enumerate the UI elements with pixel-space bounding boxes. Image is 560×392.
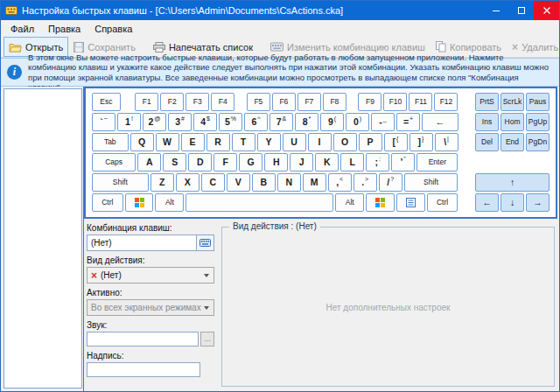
key-J[interactable]: J (290, 153, 313, 172)
key-F3[interactable]: F3 (186, 93, 209, 111)
key-9[interactable]: 9( (320, 113, 344, 131)
key-F6[interactable]: F6 (272, 93, 296, 111)
key-W[interactable]: W (156, 133, 179, 151)
key-V[interactable]: V (227, 173, 250, 192)
key-5[interactable]: 5% (219, 113, 242, 131)
key-I[interactable]: I (308, 133, 332, 151)
key-←[interactable]: ← (422, 113, 458, 131)
key-,[interactable]: ,< (328, 173, 352, 192)
key-→[interactable]: → (526, 193, 550, 212)
key-F5[interactable]: F5 (247, 93, 270, 111)
key-Shift[interactable]: Shift (404, 173, 458, 192)
key-D[interactable]: D (188, 153, 212, 172)
key-U[interactable]: U (283, 133, 306, 151)
key-6[interactable]: 6^ (244, 113, 268, 131)
key-Ctrl[interactable]: Ctrl (427, 193, 458, 212)
key-Caps[interactable]: Caps (92, 153, 136, 172)
key-'[interactable]: '" (391, 153, 415, 172)
key-2[interactable]: 2@ (143, 113, 166, 131)
key-4[interactable]: 4$ (193, 113, 217, 131)
key-Esc[interactable]: Esc (92, 93, 121, 111)
key-][interactable]: ]} (410, 133, 433, 151)
menu-edit[interactable]: Правка (41, 22, 88, 36)
key-A[interactable]: A (137, 153, 161, 172)
key-3[interactable]: 3# (168, 113, 192, 131)
key-.[interactable]: .> (354, 173, 377, 192)
key-Enter[interactable]: Enter (416, 153, 458, 172)
win-key[interactable] (366, 193, 395, 212)
key-F11[interactable]: F11 (409, 93, 432, 111)
key-Y[interactable]: Y (257, 133, 281, 151)
key-/[interactable]: /? (379, 173, 402, 192)
key-space[interactable] (186, 193, 333, 212)
key-↓[interactable]: ↓ (500, 193, 524, 212)
key-C[interactable]: C (201, 173, 225, 192)
key-F7[interactable]: F7 (298, 93, 321, 111)
key-M[interactable]: M (303, 173, 326, 192)
key-Del[interactable]: Del (475, 133, 499, 151)
key-F10[interactable]: F10 (383, 93, 407, 111)
key-K[interactable]: K (315, 153, 339, 172)
key-Hom[interactable]: Hom (500, 113, 524, 131)
key-=[interactable]: =+ (396, 113, 420, 131)
key-Tab[interactable]: Tab (92, 133, 129, 151)
menu-key[interactable] (396, 193, 425, 212)
key-PgDn[interactable]: PgDn (526, 133, 550, 151)
key--[interactable]: -_ (371, 113, 395, 131)
key-`[interactable]: `~ (92, 113, 116, 131)
combinations-list[interactable] (4, 88, 82, 388)
key-1[interactable]: 1! (117, 113, 141, 131)
key-F12[interactable]: F12 (434, 93, 458, 111)
key-F1[interactable]: F1 (135, 93, 158, 111)
key-8[interactable]: 8* (295, 113, 318, 131)
key-PrtS[interactable]: PrtS (475, 93, 499, 111)
key-7[interactable]: 7& (270, 113, 293, 131)
key-Alt[interactable]: Alt (335, 193, 364, 212)
sound-input[interactable] (87, 332, 199, 346)
key-T[interactable]: T (232, 133, 256, 151)
active-mode-select[interactable]: Во всех экранных режимах (87, 299, 214, 316)
key-←[interactable]: ← (475, 193, 499, 212)
key-Q[interactable]: Q (130, 133, 154, 151)
combination-keyboard-button[interactable] (196, 235, 214, 250)
key-L[interactable]: L (340, 153, 364, 172)
key-[[interactable]: [{ (384, 133, 408, 151)
key-PgUp[interactable]: PgUp (526, 113, 550, 131)
maximize-button[interactable] (508, 1, 534, 20)
key-G[interactable]: G (239, 153, 262, 172)
action-type-select[interactable]: × (Нет) (87, 267, 214, 284)
key-Shift[interactable]: Shift (92, 173, 149, 192)
key-\[interactable]: \| (435, 133, 458, 151)
key-R[interactable]: R (206, 133, 230, 151)
key-End[interactable]: End (500, 133, 524, 151)
key-B[interactable]: B (252, 173, 276, 192)
key-0[interactable]: 0) (346, 113, 369, 131)
key-X[interactable]: X (176, 173, 200, 192)
key-F9[interactable]: F9 (358, 93, 382, 111)
key-Paus[interactable]: Paus (526, 93, 550, 111)
minimize-button[interactable] (483, 1, 508, 20)
key-O[interactable]: O (333, 133, 357, 151)
caption-input[interactable] (87, 362, 200, 377)
key-H[interactable]: H (264, 153, 288, 172)
key-F2[interactable]: F2 (160, 93, 184, 111)
key-F4[interactable]: F4 (211, 93, 234, 111)
browse-sound-button[interactable]: ... (200, 332, 214, 346)
key-N[interactable]: N (277, 173, 301, 192)
key-F[interactable]: F (214, 153, 237, 172)
close-button[interactable] (534, 1, 559, 20)
key-↑[interactable]: ↑ (475, 173, 550, 192)
combination-field[interactable]: (Нет) (87, 234, 214, 251)
key-Alt[interactable]: Alt (155, 193, 184, 212)
key-Ctrl[interactable]: Ctrl (92, 193, 123, 212)
key-Z[interactable]: Z (150, 173, 174, 192)
key-S[interactable]: S (163, 153, 186, 172)
key-ScrLk[interactable]: ScrLk (500, 93, 524, 111)
win-key[interactable] (125, 193, 154, 212)
menu-file[interactable]: Файл (4, 22, 41, 36)
key-P[interactable]: P (359, 133, 382, 151)
key-;[interactable]: ;: (366, 153, 389, 172)
menu-help[interactable]: Справка (88, 22, 139, 36)
key-E[interactable]: E (181, 133, 205, 151)
key-Ins[interactable]: Ins (475, 113, 499, 131)
